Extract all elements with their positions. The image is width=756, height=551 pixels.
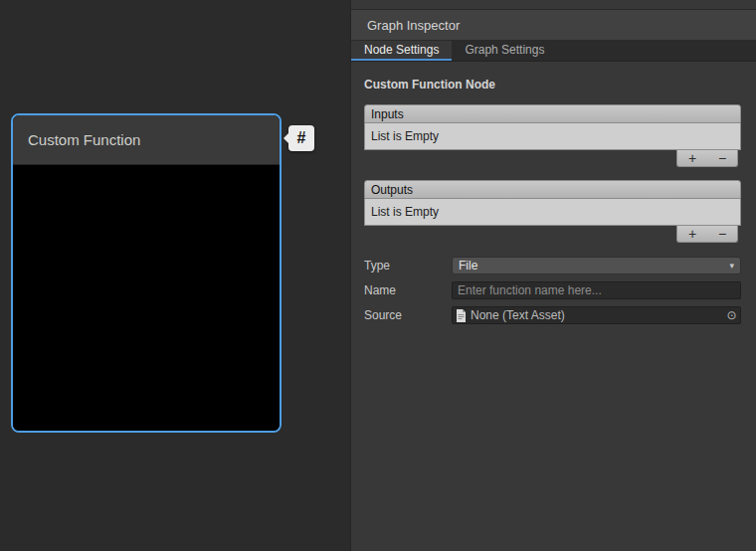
outputs-list-header: Outputs — [364, 180, 741, 199]
source-object-value: None (Text Asset) — [471, 308, 565, 322]
inspector-content: Custom Function Node Inputs List is Empt… — [351, 78, 756, 324]
inputs-list-empty-text: List is Empty — [365, 123, 740, 143]
inputs-list-title: Inputs — [371, 107, 404, 121]
inspector-title: Graph Inspector — [367, 18, 460, 33]
section-title: Custom Function Node — [364, 78, 741, 92]
source-label: Source — [364, 308, 452, 322]
type-label: Type — [364, 259, 452, 273]
custom-function-node[interactable]: Custom Function — [11, 113, 282, 433]
chevron-down-icon: ▾ — [729, 261, 734, 271]
inputs-list-body: List is Empty — [364, 123, 741, 150]
tab-graph-settings-label: Graph Settings — [465, 43, 544, 57]
outputs-list-empty-text: List is Empty — [365, 199, 740, 219]
inspector-header[interactable]: Graph Inspector — [351, 9, 756, 41]
graph-canvas[interactable]: Custom Function # — [0, 0, 350, 551]
source-field-row: Source None (Text Asset) ⊙ — [364, 306, 741, 324]
node-title: Custom Function — [28, 131, 140, 148]
node-fields: Type File ▾ Name Source — [364, 257, 741, 324]
node-preview-area — [13, 165, 280, 433]
node-hash-badge-icon[interactable]: # — [288, 125, 314, 151]
type-dropdown-value: File — [459, 259, 477, 273]
outputs-add-button[interactable]: + — [677, 227, 707, 241]
inputs-list: Inputs List is Empty + − — [364, 104, 741, 167]
inputs-add-button[interactable]: + — [677, 151, 707, 165]
node-header[interactable]: Custom Function — [13, 115, 280, 165]
inputs-list-header: Inputs — [364, 104, 741, 123]
graph-inspector-panel: Graph Inspector Node Settings Graph Sett… — [350, 0, 756, 551]
inputs-remove-button[interactable]: − — [707, 151, 737, 165]
name-field-row: Name — [364, 281, 741, 299]
text-asset-icon — [456, 309, 467, 322]
outputs-list: Outputs List is Empty + − — [364, 180, 741, 243]
inputs-list-footer: + − — [676, 150, 738, 167]
object-picker-icon[interactable]: ⊙ — [723, 307, 740, 323]
tab-graph-settings[interactable]: Graph Settings — [452, 41, 557, 61]
outputs-remove-button[interactable]: − — [707, 227, 737, 241]
outputs-list-footer: + − — [676, 226, 738, 243]
tab-node-settings-label: Node Settings — [364, 43, 439, 57]
outputs-list-body: List is Empty — [364, 199, 741, 226]
tab-node-settings[interactable]: Node Settings — [351, 41, 452, 61]
type-dropdown[interactable]: File ▾ — [452, 257, 741, 275]
hash-icon: # — [297, 129, 306, 147]
function-name-input[interactable] — [452, 281, 741, 299]
name-label: Name — [364, 283, 452, 297]
inspector-tabs: Node Settings Graph Settings — [351, 41, 756, 62]
type-field-row: Type File ▾ — [364, 257, 741, 275]
source-object-field[interactable]: None (Text Asset) ⊙ — [452, 306, 741, 324]
outputs-list-title: Outputs — [371, 183, 413, 197]
